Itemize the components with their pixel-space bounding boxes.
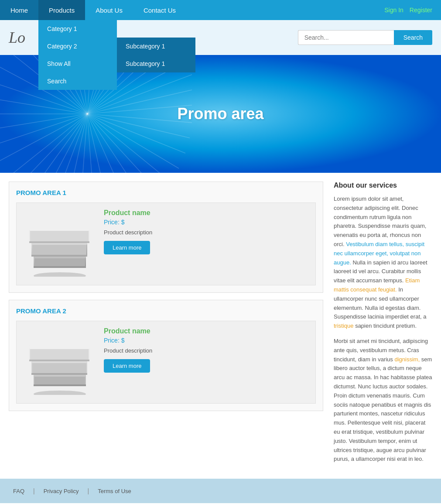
svg-rect-50: [32, 245, 86, 257]
learn-more-btn-1[interactable]: Learn more: [104, 241, 150, 254]
promo-title: Promo area: [177, 105, 263, 123]
svg-rect-66: [29, 345, 89, 349]
nav-about[interactable]: About Us: [85, 0, 133, 20]
nav-right: Sign In Register: [384, 0, 441, 20]
nav-left: Home Products Category 1 Category 2 Subc…: [0, 0, 186, 20]
products-dropdown: Category 1 Category 2 Subcategory 1 Subc…: [38, 20, 117, 90]
logo: Lo: [9, 28, 25, 47]
svg-rect-63: [32, 363, 86, 375]
dropdown-category1[interactable]: Category 1: [38, 20, 117, 38]
dropdown-search[interactable]: Search: [38, 72, 117, 90]
product-row-2: Product name Price: $ Product descriptio…: [16, 321, 316, 404]
about-title: About our services: [334, 182, 432, 189]
footer-faq[interactable]: FAQ: [13, 488, 24, 494]
svg-rect-55: [29, 241, 89, 243]
product-price-1: Price: $: [104, 219, 309, 226]
sidebar: About our services Lorem ipsum dolor sit…: [323, 182, 432, 470]
footer-sep-2: |: [88, 487, 89, 494]
nav-home[interactable]: Home: [0, 0, 38, 20]
dropdown-show-all[interactable]: Show All: [38, 55, 117, 72]
product-image-1: [23, 209, 97, 279]
product-price-2: Price: $: [104, 337, 309, 344]
svg-point-56: [34, 391, 86, 395]
svg-rect-68: [29, 360, 89, 361]
product-desc-2: Product description: [104, 347, 309, 354]
product-name-2: Product name: [104, 327, 309, 335]
main-content: PROMO AREA 1: [0, 173, 441, 479]
subcategory1a[interactable]: Subcategory 1: [117, 38, 195, 55]
svg-rect-51: [31, 255, 87, 257]
svg-rect-67: [30, 349, 89, 361]
product-desc-1: Product description: [104, 229, 309, 236]
search-button[interactable]: Search: [394, 30, 432, 45]
svg-rect-53: [29, 226, 89, 231]
svg-rect-54: [30, 231, 89, 243]
stack-icon-2: [25, 329, 95, 395]
nav-products[interactable]: Products Category 1 Category 2 Subcatego…: [38, 0, 85, 20]
svg-rect-60: [34, 384, 86, 386]
nav-contact[interactable]: Contact Us: [133, 0, 186, 20]
svg-point-43: [34, 272, 86, 277]
product-row-1: Product name Price: $ Product descriptio…: [16, 202, 316, 285]
product-info-2: Product name Price: $ Product descriptio…: [104, 327, 309, 373]
sign-in-link[interactable]: Sign In: [384, 7, 403, 14]
footer: FAQ | Privacy Policy | Terms of Use: [0, 479, 441, 503]
stack-icon-1: [25, 211, 95, 277]
promo-area-2-title: PROMO AREA 2: [16, 307, 316, 315]
promo-card-1: PROMO AREA 1: [9, 182, 323, 293]
footer-terms[interactable]: Terms of Use: [98, 488, 131, 494]
learn-more-btn-2[interactable]: Learn more: [104, 359, 150, 373]
search-area: Search: [298, 30, 432, 45]
navbar: Home Products Category 1 Category 2 Subc…: [0, 0, 441, 20]
promo-card-2: PROMO AREA 2: [9, 300, 323, 411]
footer-privacy[interactable]: Privacy Policy: [44, 488, 79, 494]
product-info-1: Product name Price: $ Product descriptio…: [104, 209, 309, 254]
svg-rect-64: [31, 373, 87, 375]
promo-areas: PROMO AREA 1: [9, 182, 323, 470]
sidebar-paragraph-2: Morbi sit amet mi tincidunt, adipiscing …: [334, 337, 432, 464]
register-link[interactable]: Register: [410, 7, 432, 14]
sub-dropdown: Subcategory 1 Subcategory 1: [117, 38, 195, 72]
product-image-2: [23, 327, 97, 397]
svg-rect-47: [34, 266, 86, 268]
sidebar-paragraph-1: Lorem ipsum dolor sit amet, consectetur …: [334, 195, 432, 331]
promo-area-1-title: PROMO AREA 1: [16, 189, 316, 196]
dropdown-category2[interactable]: Category 2: [38, 38, 117, 55]
footer-sep-1: |: [33, 487, 35, 494]
subcategory1b[interactable]: Subcategory 1: [117, 55, 195, 72]
product-name-1: Product name: [104, 209, 309, 217]
search-input[interactable]: [298, 30, 394, 45]
nav-products-label: Products: [49, 7, 75, 14]
